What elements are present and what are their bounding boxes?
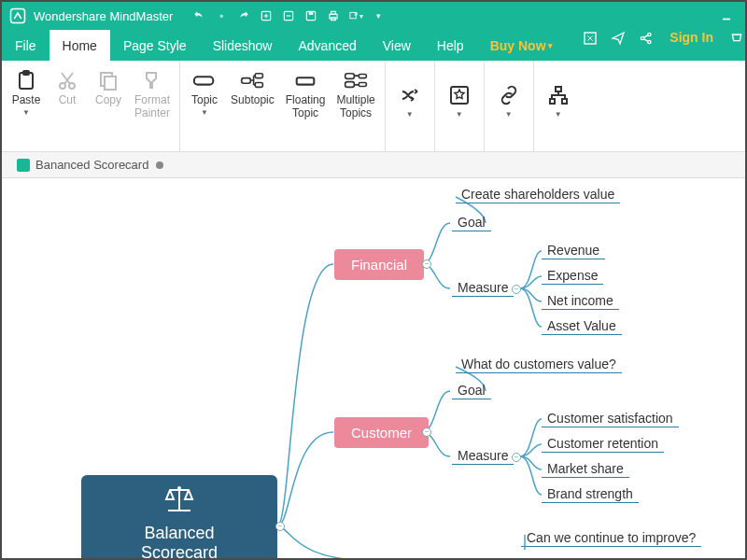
relationship-button[interactable]: ▼ <box>389 66 430 120</box>
customer-measure-1[interactable]: Customer retention <box>542 435 664 453</box>
hyperlink-icon <box>497 83 521 107</box>
minimize-icon[interactable] <box>719 8 734 23</box>
cart-icon[interactable] <box>728 30 745 47</box>
multiple-topics-label: Multiple Topics <box>336 94 374 120</box>
svg-rect-22 <box>256 82 263 87</box>
svg-rect-24 <box>345 74 355 79</box>
expander-icon[interactable]: − <box>422 259 431 269</box>
svg-rect-0 <box>11 9 25 23</box>
expander-icon[interactable]: − <box>275 522 285 531</box>
customer-measure-label[interactable]: Measure <box>452 447 514 465</box>
financial-measure-2[interactable]: Net income <box>542 292 619 310</box>
ribbon-group-insert4: ▼ <box>534 61 583 151</box>
customer-node[interactable]: Customer <box>334 417 429 448</box>
mark-icon <box>447 83 472 107</box>
relationship-icon <box>398 83 422 107</box>
document-tab-bar: Bananced Scorecard <box>2 152 745 178</box>
qat-separator: • <box>214 8 229 23</box>
mindmap-canvas[interactable]: Balanced Scorecard − Financial − Create … <box>2 178 745 560</box>
ribbon-group-insert3: ▼ <box>485 61 534 151</box>
customer-measure-0[interactable]: Customer satisfaction <box>542 410 679 427</box>
svg-rect-20 <box>242 78 251 84</box>
svg-rect-27 <box>359 82 366 86</box>
menu-slideshow[interactable]: Slideshow <box>200 30 286 61</box>
financial-goal-text[interactable]: Create shareholders value <box>456 186 620 203</box>
customer-goal-text[interactable]: What do customers value? <box>456 356 622 373</box>
expander-icon[interactable]: − <box>512 285 521 294</box>
floating-topic-button[interactable]: Floating Topic <box>280 66 331 122</box>
document-tab[interactable]: Bananced Scorecard <box>6 156 175 174</box>
svg-rect-4 <box>309 11 314 15</box>
floating-topic-icon <box>293 68 317 92</box>
sign-in-button[interactable]: Sign In <box>660 30 723 61</box>
root-label: Balanced Scorecard <box>141 524 218 560</box>
ribbon-group-clipboard: Paste ▼ Cut Copy Format Painter <box>2 61 180 151</box>
financial-measure-1[interactable]: Expense <box>542 267 603 285</box>
ribbon-group-insert1: ▼ <box>386 61 435 151</box>
new-icon[interactable] <box>259 8 274 23</box>
third-goal-text[interactable]: Can we continue to improve? <box>521 529 701 547</box>
cut-label: Cut <box>59 94 77 107</box>
financial-measure-0[interactable]: Revenue <box>542 242 605 259</box>
document-tab-label: Bananced Scorecard <box>35 158 148 172</box>
menu-help[interactable]: Help <box>424 30 477 61</box>
svg-point-32 <box>177 486 181 490</box>
expander-icon[interactable]: − <box>512 453 521 462</box>
svg-rect-29 <box>556 87 561 91</box>
paste-button[interactable]: Paste ▼ <box>6 66 47 119</box>
menu-file[interactable]: File <box>2 30 49 61</box>
menu-page-style[interactable]: Page Style <box>110 30 200 61</box>
copy-button[interactable]: Copy <box>88 66 129 109</box>
customer-measure-3[interactable]: Brand strength <box>542 485 639 503</box>
open-icon[interactable] <box>281 8 296 23</box>
format-painter-icon <box>140 68 164 92</box>
svg-rect-30 <box>550 99 555 104</box>
share-icon[interactable] <box>638 30 655 47</box>
customer-goal-label[interactable]: Goal <box>452 382 491 399</box>
menu-home[interactable]: Home <box>49 30 110 61</box>
menu-advanced[interactable]: Advanced <box>285 30 369 61</box>
export-icon[interactable]: ▾ <box>348 8 363 23</box>
topic-button[interactable]: Topic ▼ <box>184 66 225 119</box>
fullscreen-icon[interactable] <box>582 30 599 47</box>
undo-icon[interactable] <box>191 8 206 23</box>
financial-node[interactable]: Financial <box>334 249 424 280</box>
svg-rect-6 <box>331 11 336 14</box>
multiple-topics-icon <box>344 68 368 92</box>
unsaved-indicator-icon <box>156 161 163 169</box>
financial-goal-label[interactable]: Goal <box>452 214 491 231</box>
save-icon[interactable] <box>303 8 318 23</box>
floating-topic-label: Floating Topic <box>286 94 326 120</box>
ribbon-group-topics: Topic ▼ Subtopic Floating Topic Multiple… <box>180 61 386 151</box>
format-painter-button[interactable]: Format Painter <box>129 66 176 122</box>
title-bar: Wondershare MindMaster • ▾ ▾ <box>2 2 745 30</box>
hyperlink-button[interactable]: ▼ <box>488 66 529 120</box>
scales-icon <box>161 484 198 516</box>
send-icon[interactable] <box>610 30 627 47</box>
chevron-down-icon: ▼ <box>406 110 414 119</box>
menu-buy-now[interactable]: Buy Now▾ <box>477 30 566 61</box>
financial-measure-3[interactable]: Asset Value <box>542 317 622 335</box>
root-node[interactable]: Balanced Scorecard <box>81 475 277 560</box>
subtopic-button[interactable]: Subtopic <box>225 66 280 109</box>
subtopic-label: Subtopic <box>231 94 275 107</box>
layout-button[interactable]: ▼ <box>538 66 579 120</box>
mark-button[interactable]: ▼ <box>439 66 480 120</box>
expander-icon[interactable]: − <box>422 427 431 437</box>
chevron-down-icon: ▼ <box>201 108 208 117</box>
topic-label: Topic <box>191 94 218 107</box>
print-icon[interactable] <box>326 8 341 23</box>
buy-now-label: Buy Now <box>490 38 546 53</box>
financial-measure-label[interactable]: Measure <box>452 279 514 297</box>
qat-customize-icon[interactable]: ▾ <box>371 8 386 23</box>
customer-measure-2[interactable]: Market share <box>542 460 629 478</box>
copy-label: Copy <box>95 94 121 107</box>
menu-view[interactable]: View <box>370 30 424 61</box>
multiple-topics-button[interactable]: Multiple Topics <box>331 66 380 122</box>
chevron-down-icon: ▼ <box>555 110 562 119</box>
menu-bar: File Home Page Style Slideshow Advanced … <box>2 30 745 61</box>
redo-icon[interactable] <box>236 8 251 23</box>
svg-rect-31 <box>562 99 567 104</box>
chevron-down-icon: ▼ <box>22 108 30 117</box>
cut-button[interactable]: Cut <box>47 66 88 109</box>
